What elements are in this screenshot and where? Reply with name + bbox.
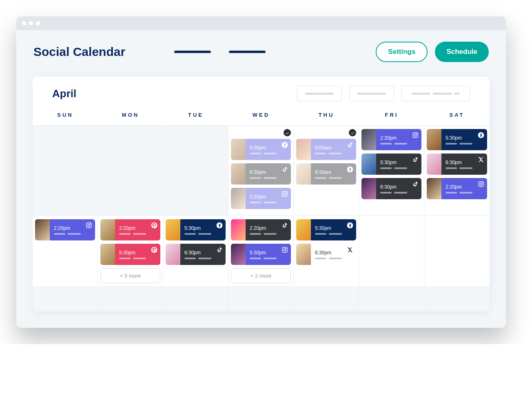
calendar-event[interactable]: 6:30pm — [427, 154, 487, 175]
event-text-placeholder — [446, 143, 484, 145]
check-circle-icon — [284, 129, 291, 136]
window-dot — [22, 21, 26, 25]
tiktok-icon — [281, 222, 288, 229]
calendar-event[interactable]: 2:20pm — [231, 188, 291, 209]
calendar-day-cell[interactable] — [98, 126, 163, 216]
calendar-event[interactable]: 5:30pm — [231, 244, 291, 265]
event-text-placeholder — [250, 153, 288, 154]
calendar-day-cell[interactable]: 5:30pm6:30pm2:20pm — [228, 126, 294, 216]
calendar-event[interactable]: 6:30pm — [231, 163, 291, 185]
event-thumbnail — [231, 219, 246, 240]
calendar-event[interactable]: 6:30pm — [296, 244, 356, 265]
calendar-day-cell[interactable]: 2:20pm5:30pm+ 3 more — [98, 216, 163, 287]
calendar-day-cell[interactable] — [33, 126, 98, 216]
calendar-day-cell[interactable]: 9:00am9:30am — [294, 126, 359, 216]
calendar-event[interactable]: 5:30pm — [296, 219, 356, 240]
tiktok-icon — [412, 156, 419, 163]
calendar-header: April — [33, 77, 490, 105]
day-header: WED — [228, 112, 294, 118]
calendar-day-cell[interactable] — [163, 126, 228, 216]
day-header: FRI — [359, 112, 424, 118]
calendar-event[interactable]: 2:20pm — [427, 178, 487, 199]
calendar-day-cell[interactable] — [294, 287, 359, 311]
check-circle-icon — [349, 129, 356, 136]
event-text-placeholder — [315, 233, 353, 235]
calendar-day-cell[interactable] — [359, 216, 424, 287]
event-text-placeholder — [250, 233, 288, 235]
pinterest-icon — [151, 222, 158, 229]
event-thumbnail — [296, 219, 311, 240]
event-thumbnail — [231, 188, 246, 209]
calendar-event[interactable]: 5:30pm — [231, 139, 291, 160]
calendar-event[interactable]: 6:30pm — [361, 178, 421, 199]
calendar-event[interactable]: 2:20pm — [231, 219, 291, 240]
tiktok-icon — [281, 166, 288, 173]
event-thumbnail — [427, 154, 441, 175]
event-thumbnail — [166, 244, 180, 265]
calendar-event[interactable]: 5:30pm — [427, 129, 487, 150]
event-thumbnail — [361, 154, 376, 175]
calendar-day-cell[interactable]: 2:20pm5:30pm+ 2 more — [228, 216, 294, 287]
event-thumbnail — [100, 219, 115, 240]
calendar-event[interactable]: 2:20pm — [100, 219, 160, 240]
tab-placeholder[interactable] — [174, 51, 211, 53]
calendar-day-cell[interactable] — [33, 287, 98, 311]
calendar-day-cell[interactable] — [424, 216, 490, 287]
calendar-event[interactable]: 9:30am — [296, 163, 356, 185]
instagram-icon — [281, 246, 288, 254]
calendar-day-cell[interactable] — [359, 287, 424, 311]
event-body: 9:30am — [311, 163, 356, 185]
calendar-event[interactable]: 2:20pm — [361, 129, 421, 150]
instagram-icon — [412, 131, 419, 139]
calendar-day-cell[interactable] — [163, 287, 228, 311]
filter-chip[interactable] — [349, 86, 394, 101]
instagram-icon — [85, 222, 93, 229]
event-thumbnail — [231, 139, 246, 160]
event-body: 5:30pm — [246, 244, 291, 265]
event-text-placeholder — [446, 192, 484, 194]
more-events-button[interactable]: + 3 more — [100, 268, 160, 283]
calendar-card: April SUNMONTUEWEDTHUFRISAT 5:30pm6:30pm… — [33, 77, 490, 311]
event-body: 5:30pm — [115, 244, 160, 265]
calendar-event[interactable]: 9:00am — [296, 139, 356, 160]
event-body: 2:20pm — [376, 129, 421, 150]
tab-placeholder[interactable] — [229, 51, 266, 53]
calendar-day-cell[interactable] — [228, 287, 294, 311]
header-tabs — [174, 51, 266, 53]
event-thumbnail — [427, 178, 441, 199]
calendar-day-cell[interactable] — [98, 287, 163, 311]
schedule-button[interactable]: Schedule — [435, 42, 489, 62]
event-body: 9:00am — [311, 139, 356, 160]
event-text-placeholder — [315, 258, 353, 259]
more-events-button[interactable]: + 2 more — [231, 268, 291, 283]
event-text-placeholder — [54, 233, 92, 235]
calendar-day-cell[interactable]: 2:20pm — [33, 216, 98, 287]
calendar-day-cell[interactable]: 2:20pm5:30pm6:30pm — [359, 126, 424, 216]
calendar-event[interactable]: 5:30pm — [100, 244, 160, 265]
window-dot — [29, 21, 33, 25]
calendar-event[interactable]: 5:30pm — [361, 154, 421, 175]
calendar-event[interactable]: 6:30pm — [166, 244, 226, 265]
event-thumbnail — [296, 244, 311, 265]
settings-button[interactable]: Settings — [376, 42, 428, 62]
event-text-placeholder — [184, 258, 222, 259]
event-text-placeholder — [250, 258, 288, 259]
calendar-day-cell[interactable]: 5:30pm6:30pm — [163, 216, 228, 287]
calendar-day-cell[interactable]: 5:30pm6:30pm2:20pm — [424, 126, 490, 216]
calendar-event[interactable]: 2:20pm — [35, 219, 95, 240]
app-window: Social Calendar Settings Schedule April … — [16, 16, 506, 328]
calendar-day-cell[interactable]: 5:30pm6:30pm — [294, 216, 359, 287]
event-text-placeholder — [380, 143, 418, 145]
event-body: 5:30pm — [246, 139, 291, 160]
event-body: 6:30pm — [180, 244, 226, 265]
event-thumbnail — [231, 244, 246, 265]
pinterest-icon — [151, 246, 158, 254]
calendar-day-cell[interactable] — [424, 287, 490, 311]
filter-chip[interactable] — [297, 86, 342, 101]
event-thumbnail — [231, 163, 246, 185]
calendar-event[interactable]: 5:30pm — [166, 219, 226, 240]
filter-chip[interactable] — [401, 86, 470, 101]
event-thumbnail — [35, 219, 50, 240]
event-body: 2:20pm — [246, 219, 291, 240]
x-icon — [346, 246, 354, 254]
